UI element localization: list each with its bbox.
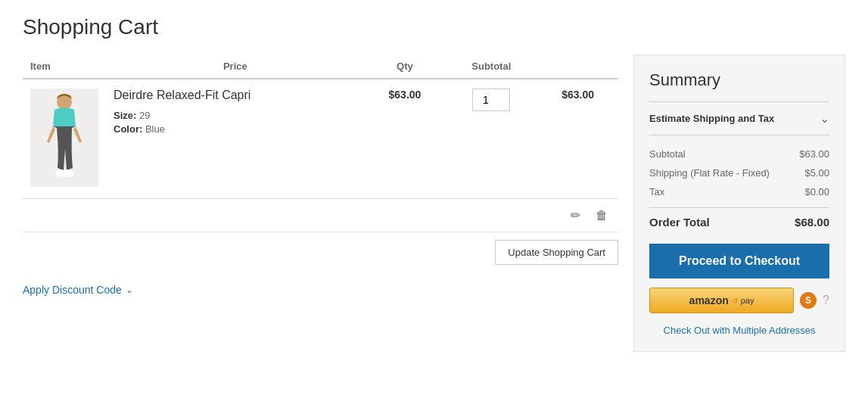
- amazon-pay-text: amazon: [689, 294, 729, 306]
- discount-chevron-icon: ⌄: [126, 285, 133, 295]
- svg-point-3: [63, 170, 73, 177]
- col-subtotal: Subtotal: [445, 54, 537, 79]
- qty-input[interactable]: [472, 89, 510, 111]
- item-actions-row: ✏ 🗑: [23, 199, 618, 232]
- cart-section: Item Price Qty Subtotal: [23, 54, 618, 352]
- amazon-pay-word: pay: [741, 296, 754, 305]
- page-title: Shopping Cart: [23, 15, 845, 39]
- summary-title: Summary: [649, 70, 829, 90]
- product-qty-cell: [445, 79, 537, 199]
- cart-actions: Update Shopping Cart: [23, 232, 618, 272]
- estimate-chevron-icon: ⌄: [820, 111, 829, 126]
- table-row: Deirdre Relaxed-Fit Capri Size: 29 Color…: [23, 79, 618, 199]
- apply-discount-button[interactable]: Apply Discount Code ⌄: [23, 284, 133, 296]
- discount-section: Apply Discount Code ⌄: [23, 284, 618, 296]
- shipping-row: Shipping (Flat Rate - Fixed) $5.00: [649, 163, 829, 182]
- col-item: Item: [23, 54, 106, 79]
- checkout-button[interactable]: Proceed to Checkout: [649, 244, 829, 278]
- amazon-smile-badge: S: [800, 292, 817, 309]
- cart-table: Item Price Qty Subtotal: [23, 54, 618, 232]
- col-price: Price: [106, 54, 365, 79]
- tax-label: Tax: [649, 186, 664, 198]
- order-total-row: Order Total $68.00: [649, 207, 829, 232]
- estimate-label: Estimate Shipping and Tax: [649, 113, 774, 124]
- order-total-label: Order Total: [649, 216, 710, 229]
- product-color: Color: Blue: [114, 123, 357, 135]
- product-subtotal: $63.00: [537, 79, 618, 199]
- main-content: Item Price Qty Subtotal: [23, 54, 845, 352]
- shipping-value: $5.00: [804, 167, 829, 179]
- amazon-arrow-icon: ↺: [732, 297, 738, 305]
- shipping-label: Shipping (Flat Rate - Fixed): [649, 167, 770, 179]
- product-size: Size: 29: [114, 110, 357, 121]
- amazon-pay-section: amazon ↺ pay S ?: [649, 288, 829, 313]
- shopping-cart-page: Shopping Cart Item Price Qty Subtotal: [0, 0, 868, 367]
- col-qty: Qty: [365, 54, 446, 79]
- edit-item-button[interactable]: ✏: [568, 205, 583, 225]
- smile-badge-letter: S: [805, 295, 811, 306]
- item-actions-cell: ✏ 🗑: [23, 199, 618, 232]
- product-price: $63.00: [365, 79, 446, 199]
- amazon-pay-button[interactable]: amazon ↺ pay: [649, 288, 794, 313]
- multiple-addresses-link[interactable]: Check Out with Multiple Addresses: [649, 325, 829, 336]
- product-image-cell: [23, 79, 106, 199]
- update-cart-button[interactable]: Update Shopping Cart: [495, 240, 618, 265]
- estimate-shipping-toggle[interactable]: Estimate Shipping and Tax ⌄: [649, 101, 829, 135]
- delete-item-button[interactable]: 🗑: [593, 206, 611, 225]
- discount-label: Apply Discount Code: [23, 284, 122, 296]
- tax-value: $0.00: [804, 186, 829, 198]
- tax-row: Tax $0.00: [649, 182, 829, 201]
- summary-panel: Summary Estimate Shipping and Tax ⌄ Subt…: [633, 54, 845, 352]
- subtotal-row: Subtotal $63.00: [649, 145, 829, 163]
- subtotal-label: Subtotal: [649, 148, 686, 160]
- product-name: Deirdre Relaxed-Fit Capri: [114, 89, 357, 102]
- order-total-value: $68.00: [795, 216, 829, 229]
- product-image-svg: [30, 89, 98, 187]
- help-icon[interactable]: ?: [823, 294, 829, 307]
- subtotal-value: $63.00: [799, 148, 829, 160]
- product-details-cell: Deirdre Relaxed-Fit Capri Size: 29 Color…: [106, 79, 365, 199]
